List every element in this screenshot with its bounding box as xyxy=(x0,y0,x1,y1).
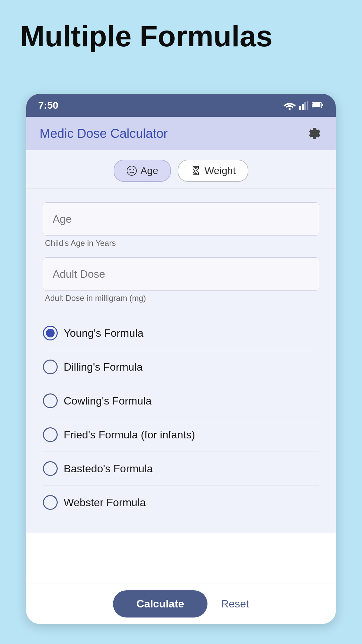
radio-frieds xyxy=(43,427,58,442)
formula-frieds[interactable]: Fried's Formula (for infants) xyxy=(43,418,319,452)
formula-youngs-label: Young's Formula xyxy=(64,327,143,339)
svg-rect-2 xyxy=(302,104,304,110)
app-bar-title: Medic Dose Calculator xyxy=(40,126,168,141)
formula-webster[interactable]: Webster Formula xyxy=(43,486,319,519)
formula-section: Young's Formula Dilling's Formula Cowlin… xyxy=(43,316,319,519)
page-title: Multiple Formulas xyxy=(0,0,362,53)
svg-rect-3 xyxy=(304,102,306,110)
formula-cowlings[interactable]: Cowling's Formula xyxy=(43,384,319,418)
radio-cowlings xyxy=(43,393,58,408)
adult-dose-input-group: Adult Dose in milligram (mg) xyxy=(43,257,319,303)
battery-icon xyxy=(312,102,324,109)
signal-icon xyxy=(299,101,308,110)
tab-age-label: Age xyxy=(140,165,158,176)
status-bar: 7:50 xyxy=(26,94,336,117)
tab-weight[interactable]: Weight xyxy=(178,160,248,182)
age-input[interactable] xyxy=(43,202,319,236)
tab-weight-label: Weight xyxy=(204,165,236,176)
radio-basedos xyxy=(43,461,58,476)
svg-point-10 xyxy=(133,169,134,170)
app-bar: Medic Dose Calculator xyxy=(26,117,336,150)
radio-youngs xyxy=(43,326,58,340)
age-hint: Child's Age in Years xyxy=(43,238,319,248)
svg-point-9 xyxy=(129,169,131,170)
formula-webster-label: Webster Formula xyxy=(64,496,146,509)
svg-rect-4 xyxy=(307,101,308,110)
tab-bar: Age Weight xyxy=(26,150,336,189)
hourglass-icon xyxy=(190,165,201,176)
adult-dose-input[interactable] xyxy=(43,257,319,291)
formula-dillings-label: Dilling's Formula xyxy=(64,361,143,373)
formula-basedos[interactable]: Bastedo's Formula xyxy=(43,452,319,486)
formula-basedos-label: Bastedo's Formula xyxy=(64,463,153,475)
reset-button[interactable]: Reset xyxy=(221,598,249,610)
wifi-icon xyxy=(284,101,296,110)
settings-button[interactable] xyxy=(305,125,322,142)
face-icon xyxy=(126,165,137,176)
tab-age[interactable]: Age xyxy=(114,160,171,182)
svg-rect-6 xyxy=(312,103,320,107)
svg-rect-7 xyxy=(322,104,323,106)
formula-dillings[interactable]: Dilling's Formula xyxy=(43,350,319,384)
main-content: Child's Age in Years Adult Dose in milli… xyxy=(26,189,336,533)
age-input-group: Child's Age in Years xyxy=(43,202,319,248)
radio-dillings xyxy=(43,360,58,374)
formula-cowlings-label: Cowling's Formula xyxy=(64,395,152,407)
status-icons xyxy=(284,101,324,110)
svg-point-8 xyxy=(127,166,136,175)
radio-webster xyxy=(43,495,58,510)
formula-youngs[interactable]: Young's Formula xyxy=(43,316,319,350)
svg-rect-1 xyxy=(299,106,301,110)
adult-dose-hint: Adult Dose in milligram (mg) xyxy=(43,293,319,303)
status-time: 7:50 xyxy=(38,100,58,111)
calculate-button[interactable]: Calculate xyxy=(113,590,207,618)
phone-frame: 7:50 Medic Dose Calcula xyxy=(26,94,336,624)
gear-icon xyxy=(306,126,321,141)
svg-point-0 xyxy=(289,108,291,110)
formula-frieds-label: Fried's Formula (for infants) xyxy=(64,429,195,441)
bottom-bar: Calculate Reset xyxy=(26,584,336,624)
